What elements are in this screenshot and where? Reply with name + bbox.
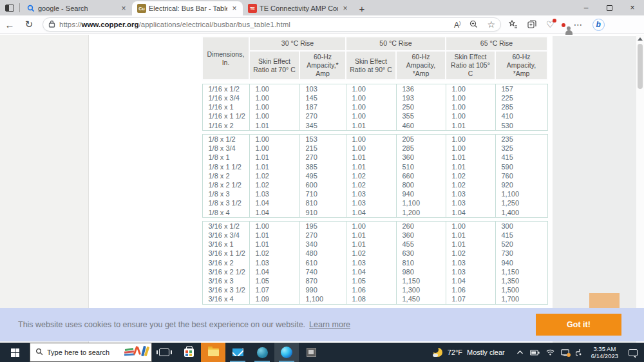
close-button[interactable]: × [621,0,644,15]
table-cell: 260 [396,221,446,231]
table-cell: 1.00 [346,221,396,231]
table-cell: 153 [299,134,346,144]
table-cell: 1/8 x 2 [202,171,249,180]
read-aloud-icon[interactable]: A) [454,21,460,29]
table-cell: 1.04 [249,208,299,218]
bus-table: Dimensions, In.30 °C Rise50 °C Rise65 °C… [202,36,548,318]
table-cell: 1.01 [346,162,396,171]
task-view-button[interactable] [152,343,176,362]
table-cell: 480 [299,249,346,258]
new-tab-button[interactable]: + [354,1,370,15]
clock-date: 6/14/2023 [591,352,618,359]
scrollbar-thumb[interactable] [638,44,643,89]
table-cell: 1/16 x 1 1/2 [202,111,249,120]
search-input[interactable] [47,348,123,356]
browser-window: google - Search × Cu Electrical: Bus Bar… [0,0,644,362]
zoom-icon[interactable] [469,20,478,30]
table-cell: 3/16 x 3 [202,276,249,285]
file-explorer-button[interactable] [201,343,225,362]
table-cell: 270 [299,153,346,162]
column-header: Dimensions, In. [202,37,249,80]
table-cell: 1.04 [446,208,495,218]
hidden-icons-chevron-icon[interactable] [516,350,524,355]
tab-te-connectivity[interactable]: TE TE Connectivity AMP Connectors × [243,1,354,15]
table-row: 3/16 x 11.013401.014551.01520 [202,240,547,249]
got-it-button[interactable]: Got it! [536,314,621,336]
address-bar[interactable]: https://www.copper.org/applications/elec… [43,17,501,32]
favorite-star-icon[interactable]: ☆ [487,20,495,29]
edge-browser-button[interactable] [274,343,299,362]
battery-icon[interactable] [530,350,540,356]
bing-chat-icon[interactable]: b [592,19,605,31]
table-cell: 1.03 [446,258,495,267]
workspaces-button[interactable] [0,0,19,15]
browser-essentials-icon[interactable]: ♡ [546,20,554,29]
scrollbar-up-arrow-icon[interactable] [638,37,643,41]
back-button[interactable]: ← [0,19,19,30]
table-cell: 1.01 [446,240,495,249]
table-cell: 990 [299,285,346,294]
minimize-button[interactable]: – [574,0,598,15]
settings-more-icon[interactable]: ⋯ [574,20,583,29]
table-cell: 1.05 [346,276,396,285]
table-cell: 940 [495,258,547,267]
taskbar-search[interactable] [30,343,152,362]
mail-button[interactable] [225,343,250,362]
table-cell: 1.01 [346,153,396,162]
windows-logo-icon [11,348,19,357]
table-cell: 270 [299,111,346,120]
tab-close-icon[interactable]: × [230,4,239,13]
tab-busbar-table[interactable]: Cu Electrical: Bus Bar - Table 1: Ampa × [132,1,243,15]
table-cell: 1,150 [495,267,547,276]
table-cell: 1.01 [346,231,396,240]
table-cell: 1.04 [346,267,396,276]
table-row: 1/16 x 3/41.001451.001931.00225 [202,93,547,102]
collections-icon[interactable] [527,20,536,30]
table-row: 1/8 x 1/21.001531.002051.00235 [202,134,547,144]
taskbar-clock[interactable]: 3:35 AM 6/14/2023 [587,345,622,359]
tab-close-icon[interactable]: × [341,4,350,13]
table-cell: 1.00 [249,144,299,153]
audio-jack-icon[interactable] [576,348,582,356]
table-cell: 1,100 [495,189,547,198]
microsoft-store-button[interactable] [176,343,201,362]
weather-widget[interactable]: 72°F Mostly clear [426,347,511,357]
table-cell: 1.00 [446,102,495,111]
table-row: 3/16 x 41.091,1001.081,4501.071,700 [202,294,547,304]
cookie-message: This website uses cookies to ensure you … [18,320,305,329]
table-cell: 345 [299,121,346,131]
table-cell: 1.06 [446,285,495,294]
table-cell: 285 [396,144,446,153]
table-cell: 1.00 [446,221,495,231]
notification-dot [562,23,565,27]
start-button[interactable] [0,343,30,362]
display-notification-icon[interactable] [561,349,569,356]
window-app-button[interactable] [299,343,323,362]
tab-title: TE Connectivity AMP Connectors [260,5,338,12]
sphere-icon [257,347,268,358]
table-cell: 1.02 [346,171,396,180]
table-cell: 910 [299,208,346,218]
table-cell: 136 [396,84,446,93]
globe-app-button[interactable] [250,343,274,362]
table-row: 3/16 x 1/21.001951.002601.00300 [202,221,547,231]
group-header: 65 °C Rise [446,37,547,51]
table-cell: 1.00 [249,111,299,120]
learn-more-link[interactable]: Learn more [309,320,350,329]
table-cell: 495 [299,171,346,180]
restore-icon [607,5,612,11]
wifi-icon[interactable] [546,349,554,356]
table-cell: 810 [299,198,346,207]
tab-google-search[interactable]: google - Search × [21,1,132,15]
action-center-button[interactable] [622,349,644,356]
table-cell: 1/8 x 3 1/2 [202,198,249,207]
table-cell: 1.00 [446,134,495,144]
table-cell: 1.01 [346,240,396,249]
restore-button[interactable] [598,0,621,15]
refresh-button[interactable]: ↻ [19,19,39,30]
column-header: Skin Effect Ratio at 70° C [249,51,299,80]
tab-close-icon[interactable]: × [119,4,128,13]
table-cell: 195 [299,221,346,231]
table-cell: 1.03 [446,198,495,207]
favorites-bar-icon[interactable] [509,20,518,30]
